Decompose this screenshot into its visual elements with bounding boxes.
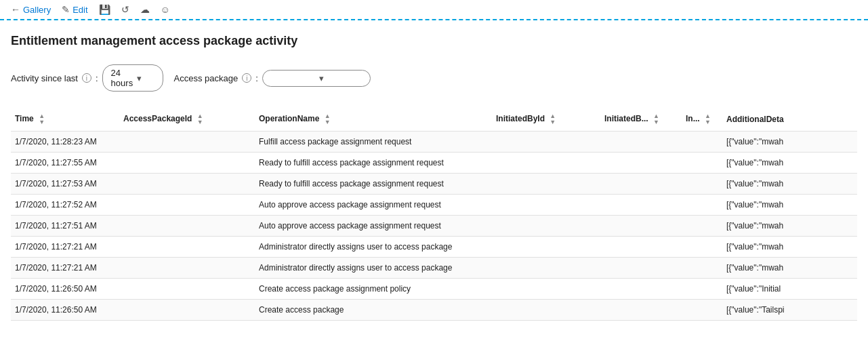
activity-filter-group: Activity since last i : 24 hours ▾ <box>11 64 163 92</box>
cell-initiatedbyid <box>492 258 600 279</box>
cell-additionaldata: [{"value":"Tailspi <box>722 300 857 321</box>
sort-icon-in: ▲▼ <box>705 113 711 125</box>
access-package-filter-group: Access package i : ▾ <box>174 70 371 87</box>
cell-time: 1/7/2020, 11:27:21 AM <box>11 258 119 279</box>
cell-initiatedb <box>600 195 682 216</box>
cell-operationname: Create access package <box>255 300 492 321</box>
cell-time: 1/7/2020, 11:26:50 AM <box>11 300 119 321</box>
cell-accesspackageid <box>119 174 255 195</box>
table-row[interactable]: 1/7/2020, 11:27:21 AMAdministrator direc… <box>11 258 857 279</box>
cell-accesspackageid <box>119 153 255 174</box>
access-package-info-icon: i <box>242 73 251 83</box>
cell-initiatedb <box>600 258 682 279</box>
col-header-operationname[interactable]: OperationName ▲▼ <box>255 108 492 132</box>
cell-initiatedb <box>600 237 682 258</box>
cell-in <box>682 216 722 237</box>
cell-operationname: Ready to fulfill access package assignme… <box>255 174 492 195</box>
save-icon: 💾 <box>99 4 110 15</box>
table-header-row: Time ▲▼ AccessPackageId ▲▼ OperationName… <box>11 108 857 132</box>
cell-initiatedbyid <box>492 153 600 174</box>
col-header-time[interactable]: Time ▲▼ <box>11 108 119 132</box>
sort-icon-time: ▲▼ <box>39 113 45 125</box>
cell-additionaldata: [{"value":"mwah <box>722 258 857 279</box>
cell-in <box>682 279 722 300</box>
cell-additionaldata: [{"value":"mwah <box>722 195 857 216</box>
cell-accesspackageid <box>119 258 255 279</box>
cell-accesspackageid <box>119 237 255 258</box>
gallery-nav[interactable]: ← Gallery <box>11 4 51 15</box>
sort-icon-initiatedb: ▲▼ <box>653 113 659 125</box>
table-row[interactable]: 1/7/2020, 11:27:53 AMReady to fulfill ac… <box>11 174 857 195</box>
cell-operationname: Administrator directly assigns user to a… <box>255 258 492 279</box>
cell-time: 1/7/2020, 11:26:50 AM <box>11 279 119 300</box>
cell-in <box>682 195 722 216</box>
cell-accesspackageid <box>119 132 255 153</box>
cell-operationname: Auto approve access package assignment r… <box>255 195 492 216</box>
cell-in <box>682 132 722 153</box>
col-header-in[interactable]: In... ▲▼ <box>682 108 722 132</box>
gallery-label: Gallery <box>23 5 51 15</box>
cell-additionaldata: [{"value":"mwah <box>722 153 857 174</box>
activity-select[interactable]: 24 hours ▾ <box>102 64 163 92</box>
table-row[interactable]: 1/7/2020, 11:27:55 AMReady to fulfill ac… <box>11 153 857 174</box>
access-package-chevron-icon: ▾ <box>319 73 363 83</box>
access-package-select[interactable]: ▾ <box>262 70 371 87</box>
cell-time: 1/7/2020, 11:27:51 AM <box>11 216 119 237</box>
cell-additionaldata: [{"value":"mwah <box>722 237 857 258</box>
col-header-accesspackageid[interactable]: AccessPackageId ▲▼ <box>119 108 255 132</box>
cell-additionaldata: [{"value":"mwah <box>722 132 857 153</box>
activity-value: 24 hours <box>111 68 133 88</box>
sort-icon-operationname: ▲▼ <box>325 113 331 125</box>
back-icon: ← <box>11 4 20 15</box>
cell-initiatedbyid <box>492 300 600 321</box>
save-button[interactable]: 💾 <box>99 4 110 15</box>
cell-initiatedbyid <box>492 279 600 300</box>
data-table: Time ▲▼ AccessPackageId ▲▼ OperationName… <box>11 108 857 321</box>
activity-label: Activity since last <box>11 73 78 83</box>
toolbar: ← Gallery ✎ Edit 💾 ↺ ☁ ☺ <box>0 0 868 20</box>
emoji-button[interactable]: ☺ <box>161 4 170 15</box>
cell-initiatedbyid <box>492 237 600 258</box>
cell-initiatedb <box>600 174 682 195</box>
filters-bar: Activity since last i : 24 hours ▾ Acces… <box>11 64 857 92</box>
sort-icon-initiatedbyid: ▲▼ <box>550 113 556 125</box>
cell-time: 1/7/2020, 11:28:23 AM <box>11 132 119 153</box>
activity-chevron-icon: ▾ <box>137 73 155 83</box>
table-row[interactable]: 1/7/2020, 11:26:50 AMCreate access packa… <box>11 300 857 321</box>
cell-in <box>682 174 722 195</box>
cell-initiatedb <box>600 216 682 237</box>
table-row[interactable]: 1/7/2020, 11:26:50 AMCreate access packa… <box>11 279 857 300</box>
cell-time: 1/7/2020, 11:27:53 AM <box>11 174 119 195</box>
page-title: Entitlement management access package ac… <box>11 34 857 48</box>
cell-additionaldata: [{"value":"Initial <box>722 279 857 300</box>
main-content: Entitlement management access package ac… <box>0 20 868 334</box>
cell-initiatedb <box>600 279 682 300</box>
cell-time: 1/7/2020, 11:27:55 AM <box>11 153 119 174</box>
cell-operationname: Create access package assignment policy <box>255 279 492 300</box>
cell-in <box>682 237 722 258</box>
cell-accesspackageid <box>119 216 255 237</box>
access-package-label: Access package <box>174 73 239 83</box>
cell-in <box>682 153 722 174</box>
cell-operationname: Auto approve access package assignment r… <box>255 216 492 237</box>
table-row[interactable]: 1/7/2020, 11:27:51 AMAuto approve access… <box>11 216 857 237</box>
sort-icon-accesspackageid: ▲▼ <box>197 113 203 125</box>
upload-button[interactable]: ☁ <box>140 4 150 15</box>
cell-initiatedb <box>600 300 682 321</box>
table-row[interactable]: 1/7/2020, 11:27:21 AMAdministrator direc… <box>11 237 857 258</box>
edit-label: Edit <box>73 5 87 15</box>
upload-icon: ☁ <box>140 4 150 15</box>
cell-initiatedbyid <box>492 195 600 216</box>
edit-button[interactable]: ✎ Edit <box>62 4 87 15</box>
table-row[interactable]: 1/7/2020, 11:27:52 AMAuto approve access… <box>11 195 857 216</box>
refresh-button[interactable]: ↺ <box>121 4 129 15</box>
cell-accesspackageid <box>119 300 255 321</box>
col-header-additionaldata[interactable]: AdditionalDeta <box>722 108 857 132</box>
emoji-icon: ☺ <box>161 4 170 15</box>
table-row[interactable]: 1/7/2020, 11:28:23 AMFulfill access pack… <box>11 132 857 153</box>
col-header-initiatedbyid[interactable]: InitiatedById ▲▼ <box>492 108 600 132</box>
cell-initiatedbyid <box>492 132 600 153</box>
cell-initiatedbyid <box>492 174 600 195</box>
col-header-initiatedb[interactable]: InitiatedB... ▲▼ <box>600 108 682 132</box>
cell-in <box>682 300 722 321</box>
